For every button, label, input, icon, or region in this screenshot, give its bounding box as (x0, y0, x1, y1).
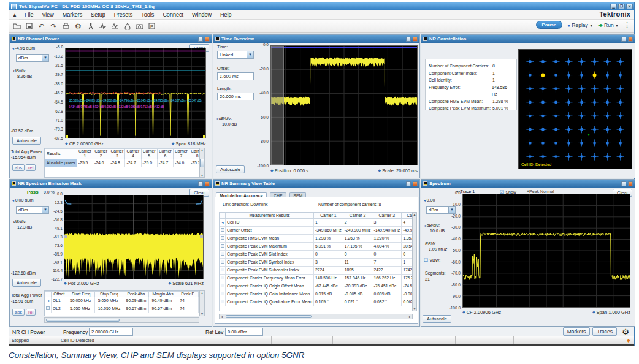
undock-panel-button[interactable] (406, 181, 411, 186)
spectrum-tower-icon[interactable] (85, 21, 96, 31)
close-window-button[interactable]: ✕ (626, 4, 633, 9)
scale-readout[interactable]: ◆Scale: 20.000 ms (378, 168, 418, 173)
table-row[interactable]: ◂Cell ID1234 (220, 218, 413, 226)
amplitude-icon[interactable] (122, 21, 132, 31)
row-marker[interactable] (220, 298, 226, 306)
table-row[interactable]: Component Carrier Frequency Mean Error14… (220, 274, 413, 282)
row-marker[interactable] (220, 282, 226, 290)
row-marker[interactable] (220, 290, 226, 298)
ref-lev-field[interactable]: 0.00 dBm (225, 328, 263, 336)
column-header[interactable]: Start Freq (67, 292, 95, 297)
table-row[interactable]: Component Carrier IQ Quadrature Error Me… (220, 298, 413, 306)
ref-level-value[interactable]: 0.00 dBm (15, 198, 34, 202)
scale-readout[interactable]: ◆Scale 631 MHz (169, 281, 204, 286)
cf-readout[interactable]: ◆CF 2.00906 GHz (65, 141, 104, 146)
time-mode-dropdown[interactable]: Linked▼ (217, 51, 254, 59)
row-marker[interactable] (45, 305, 52, 313)
column-header[interactable]: Stop Freq (95, 292, 123, 297)
panel-titlebar[interactable]: Time Overview (213, 35, 419, 43)
span-readout[interactable]: ◆Span 1.000 GHz (592, 309, 630, 315)
replay-button[interactable]: ● Replay ▼ (567, 22, 593, 28)
menu-item-window[interactable]: Window (188, 12, 216, 18)
table-row[interactable]: Component Carrier IQ Origin Offset Mean-… (220, 282, 413, 290)
row-marker[interactable]: ◂ (220, 218, 226, 226)
ref-level-value[interactable]: 0.00 (427, 198, 435, 202)
analysis-waveform-icon[interactable] (110, 21, 120, 31)
table-row[interactable]: Composite RMS EVM Mean1.298 %1.263 %1.22… (220, 234, 413, 242)
autoscale-button[interactable]: Autoscale (12, 279, 41, 287)
column-header[interactable]: Carrier 2 (343, 213, 372, 219)
vbw-checkbox[interactable]: ☐ VBW: (424, 257, 440, 263)
marker-p-icon[interactable]: P (147, 21, 157, 31)
row-marker[interactable] (220, 258, 226, 266)
column-header[interactable]: Carrier 3 (109, 149, 125, 159)
close-panel-button[interactable] (205, 37, 210, 42)
markers-button[interactable]: Markers (563, 327, 591, 336)
menu-item-view[interactable]: View (37, 12, 58, 18)
column-header[interactable]: Carrier 6 (157, 149, 173, 159)
row-marker[interactable] (220, 266, 226, 274)
table-row[interactable]: Component Carrier IQ Gain Imbalance Mean… (220, 290, 413, 298)
close-panel-button[interactable] (628, 181, 633, 186)
row-marker[interactable] (220, 250, 226, 258)
table-row[interactable]: Composite Peak EVM Subcarrier Index27241… (220, 266, 413, 274)
column-header[interactable]: Margin Abs (149, 292, 177, 297)
row-marker[interactable] (220, 234, 226, 242)
more-options-icon[interactable]: ⋮ (624, 21, 630, 29)
undock-panel-button[interactable] (621, 181, 626, 186)
column-header[interactable]: Carrier 1 (77, 149, 93, 159)
camera-icon[interactable] (134, 21, 145, 31)
panel-titlebar[interactable]: Spectrum (421, 180, 635, 188)
panel-titlebar[interactable]: NR Spectrum Emission Mask (10, 180, 212, 188)
autoscale-button[interactable]: Autoscale (423, 315, 451, 323)
traces-button[interactable]: Traces (592, 327, 617, 336)
column-header[interactable]: Results (45, 149, 77, 159)
column-header[interactable]: Peak Abs (123, 292, 149, 297)
table-row[interactable]: ◂OL1-50.000 kHz-5.050 MHz-90.09 dBm-90.4… (45, 297, 199, 305)
trace-mode[interactable]: +Peak Normal (527, 189, 554, 194)
redo-icon[interactable]: ↷ (48, 21, 59, 31)
row-marker[interactable]: ◂ (45, 297, 52, 305)
close-panel-button[interactable] (413, 37, 418, 42)
abs-button[interactable]: abs (12, 164, 25, 171)
run-button[interactable]: ➔ Run ▼ (598, 22, 619, 28)
column-header[interactable]: Carrier 1 (314, 213, 343, 219)
sem-table-hscrollbar[interactable] (44, 317, 199, 323)
table-row[interactable]: Absolute power-25.5...-24.6...-24.8...-2… (45, 159, 200, 167)
cf-readout[interactable]: ◆CF 2.00906 GHz (462, 309, 501, 315)
undo-icon[interactable]: ↶ (36, 21, 47, 31)
trigger-waveform-icon[interactable] (98, 21, 108, 31)
table-row[interactable]: Composite Peak EVM Slot Index0000 (220, 250, 413, 258)
table-row[interactable]: OL2-5.050 MHz-10.050 MHz-90.67 dBm-90.67… (45, 305, 199, 313)
column-header[interactable]: Carrier 8 (189, 149, 199, 159)
span-readout[interactable]: ◆Span 818 MHz (172, 141, 206, 146)
summary-vscrollbar[interactable]: ▲▼ (412, 212, 417, 311)
close-panel-button[interactable] (205, 181, 210, 186)
pause-button[interactable]: Pause (536, 21, 563, 29)
panel-titlebar[interactable]: NR Channel Power (10, 35, 212, 43)
column-header[interactable] (45, 292, 52, 297)
db-div-value[interactable]: 10.0 dB (222, 122, 237, 126)
column-header[interactable]: Measurement Results (226, 213, 314, 219)
pos-readout[interactable]: ◆Pos 2.000 GHz (64, 281, 99, 286)
menu-item-setup[interactable]: Setup (86, 12, 110, 18)
ref-level-value[interactable]: -4.96 dBm (15, 46, 35, 50)
column-header[interactable]: Carrier 2 (93, 149, 109, 159)
column-header[interactable]: Carrier 4 (125, 149, 141, 159)
offset-field[interactable]: 1.600 ms (217, 72, 254, 80)
db-div-value[interactable]: 10.0 dB (430, 229, 445, 233)
menu-item-tools[interactable]: Tools (137, 12, 158, 18)
menu-item-file[interactable]: File (20, 12, 38, 18)
column-header[interactable]: Carrier 4 (402, 213, 413, 219)
constellation-graph[interactable]: Cell ID: Detected (518, 49, 632, 169)
scroll-down-icon[interactable]: ▼ (413, 307, 416, 311)
maximize-window-button[interactable]: ❐ (618, 4, 625, 9)
time-overview-graph[interactable] (270, 45, 418, 165)
menu-item-markers[interactable]: Markers (58, 12, 87, 18)
length-field[interactable]: 20.000 ms (217, 93, 254, 100)
position-readout[interactable]: ◆Position: 0.000 s (270, 168, 308, 173)
summary-hscrollbar[interactable]: ◄ ► (219, 314, 413, 319)
column-header[interactable]: Carrier 5 (141, 149, 157, 159)
sem-table-scrollbar[interactable]: ▲▼ (199, 290, 205, 316)
undock-panel-button[interactable] (198, 37, 203, 42)
